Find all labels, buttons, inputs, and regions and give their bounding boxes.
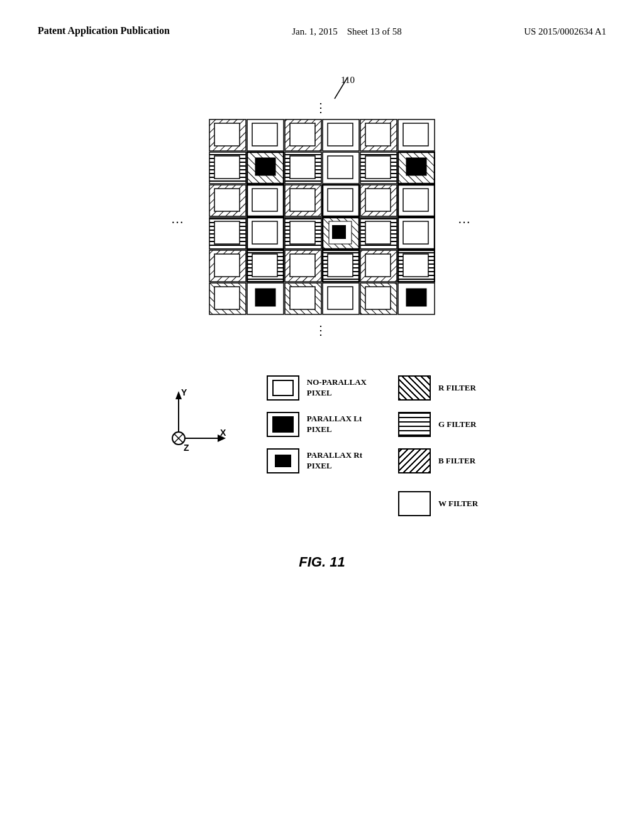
pixel-grid-svg — [209, 119, 435, 319]
sheet-number: Sheet 13 of 58 — [347, 26, 402, 36]
svg-line-0 — [335, 78, 347, 99]
svg-rect-62 — [365, 254, 391, 277]
svg-rect-74 — [365, 287, 391, 309]
no-parallax-label: NO-PARALLAXPIXEL — [307, 377, 367, 399]
legend-area: Y X Z NO-PARALLAXPIXEL — [0, 375, 644, 516]
svg-rect-5 — [214, 123, 240, 146]
svg-rect-37 — [365, 189, 391, 211]
w-filter-label: W FILTER — [438, 499, 478, 509]
svg-rect-70 — [290, 287, 315, 309]
publication-date: Jan. 1, 2015 — [292, 26, 338, 36]
legend-parallax-rt: PARALLAX RtPIXEL — [267, 448, 367, 473]
axis-svg: Y X Z — [166, 388, 229, 457]
svg-rect-76 — [406, 289, 426, 306]
svg-rect-50 — [365, 221, 391, 244]
svg-rect-19 — [255, 158, 275, 175]
legend-r-filter: R FILTER — [398, 375, 478, 401]
parallax-rt-label: PARALLAX RtPIXEL — [307, 450, 362, 472]
svg-rect-58 — [290, 254, 315, 277]
svg-rect-52 — [403, 221, 428, 244]
svg-text:Y: Y — [181, 388, 187, 397]
svg-rect-11 — [328, 123, 353, 146]
parallax-lt-label: PARALLAX LtPIXEL — [307, 414, 362, 435]
svg-rect-21 — [290, 156, 315, 179]
publication-number: US 2015/0002634 A1 — [524, 25, 606, 37]
svg-rect-35 — [328, 189, 353, 211]
legend-b-filter: B FILTER — [398, 448, 478, 473]
legend-w-filter: W FILTER — [398, 491, 478, 516]
dots-bottom: ⋮ — [314, 323, 330, 338]
main-diagram: 110 ⋮ … … — [0, 75, 644, 338]
svg-rect-72 — [328, 287, 353, 309]
svg-rect-17 — [214, 156, 240, 179]
legend-g-filter: G FILTER — [398, 412, 478, 437]
r-filter-label: R FILTER — [438, 383, 476, 394]
legend-parallax-lt: PARALLAX LtPIXEL — [267, 412, 367, 437]
grid-container: … … — [209, 119, 435, 319]
legend-center: NO-PARALLAXPIXEL PARALLAX LtPIXEL PARALL… — [267, 375, 367, 473]
svg-rect-48 — [332, 225, 346, 239]
svg-rect-27 — [406, 158, 426, 175]
svg-rect-15 — [403, 123, 428, 146]
svg-rect-45 — [290, 221, 315, 244]
svg-rect-43 — [252, 221, 277, 244]
parallax-lt-box — [267, 412, 299, 437]
svg-rect-66 — [214, 287, 240, 309]
parallax-rt-box — [267, 448, 299, 473]
svg-rect-68 — [255, 289, 275, 306]
axis-diagram: Y X Z — [166, 388, 229, 457]
svg-text:X: X — [220, 428, 226, 438]
svg-rect-25 — [365, 156, 391, 179]
b-filter-box — [398, 448, 431, 473]
svg-rect-9 — [290, 123, 315, 146]
svg-rect-54 — [214, 254, 240, 277]
g-filter-box — [398, 412, 431, 437]
svg-rect-31 — [252, 189, 277, 211]
figure-label: FIG. 11 — [0, 554, 644, 570]
dots-right: … — [458, 212, 473, 226]
w-filter-box — [398, 491, 431, 516]
svg-rect-60 — [328, 254, 353, 277]
svg-rect-64 — [403, 254, 428, 277]
legend-no-parallax: NO-PARALLAXPIXEL — [267, 375, 367, 401]
g-filter-label: G FILTER — [438, 419, 477, 430]
svg-rect-39 — [403, 189, 428, 211]
publication-date-sheet: Jan. 1, 2015 Sheet 13 of 58 — [292, 25, 402, 37]
dots-left: … — [171, 212, 186, 226]
legend-right: R FILTER G FILTER B FILTER W FILTER — [398, 375, 478, 516]
svg-rect-23 — [328, 156, 353, 179]
svg-rect-33 — [290, 189, 315, 211]
svg-text:Z: Z — [184, 443, 189, 453]
grid-wrapper: 110 ⋮ … … — [209, 75, 435, 338]
svg-rect-7 — [252, 123, 277, 146]
b-filter-label: B FILTER — [438, 456, 475, 467]
svg-rect-56 — [252, 254, 277, 277]
svg-rect-29 — [214, 189, 240, 211]
dots-top: ⋮ — [314, 100, 330, 115]
no-parallax-box — [267, 375, 299, 401]
publication-title: Patent Application Publication — [38, 25, 170, 36]
svg-rect-41 — [214, 221, 240, 244]
svg-rect-13 — [365, 123, 391, 146]
r-filter-box — [398, 375, 431, 401]
page-header: Patent Application Publication Jan. 1, 2… — [0, 0, 644, 37]
